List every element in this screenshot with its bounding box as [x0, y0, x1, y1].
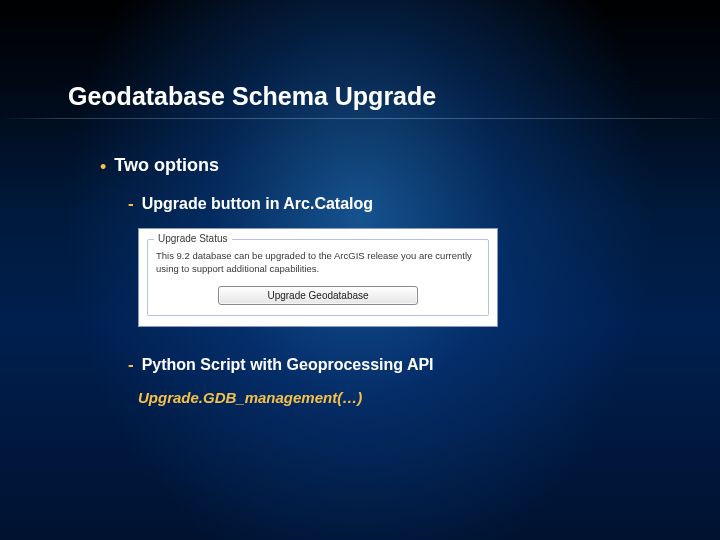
slide-content: • Two options - Upgrade button in Arc.Ca…: [100, 155, 660, 406]
title-underline: [0, 118, 720, 119]
sub-bullet-marker: -: [128, 355, 134, 375]
slide-title: Geodatabase Schema Upgrade: [68, 82, 436, 111]
bullet-item: • Two options: [100, 155, 660, 176]
groupbox-title: Upgrade Status: [154, 233, 232, 244]
sub-bullet-item: - Upgrade button in Arc.Catalog: [128, 194, 660, 214]
dialog-screenshot: Upgrade Status This 9.2 database can be …: [138, 228, 660, 327]
sub-bullet-item: - Python Script with Geoprocessing API: [128, 355, 660, 375]
dialog-window: Upgrade Status This 9.2 database can be …: [138, 228, 498, 327]
bullet-text: Two options: [114, 155, 219, 176]
upgrade-status-text: This 9.2 database can be upgraded to the…: [156, 250, 480, 276]
sub-bullet-marker: -: [128, 194, 134, 214]
upgrade-geodatabase-button[interactable]: Upgrade Geodatabase: [218, 286, 418, 305]
code-sample: Upgrade.GDB_management(…): [138, 389, 660, 406]
sub-bullet-text: Upgrade button in Arc.Catalog: [142, 195, 373, 213]
bullet-marker: •: [100, 158, 106, 176]
sub-bullet-text: Python Script with Geoprocessing API: [142, 356, 434, 374]
upgrade-status-groupbox: Upgrade Status This 9.2 database can be …: [147, 239, 489, 316]
